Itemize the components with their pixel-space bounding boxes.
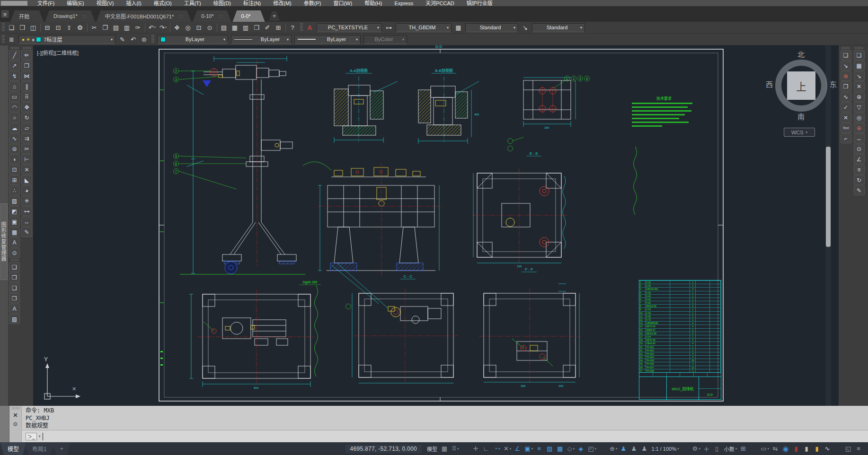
layer-combo[interactable]: ● ☀ ∎ 7标注层 ▾ <box>18 35 115 44</box>
menu-item[interactable]: 天河PCCAD <box>419 0 461 7</box>
copy-view[interactable]: ❐ <box>841 81 851 91</box>
datum-symbol[interactable]: ⊕ <box>854 92 865 102</box>
annotation-visibility[interactable]: ♟ <box>619 444 629 454</box>
line[interactable]: ╱ <box>9 50 20 60</box>
polyline[interactable]: ↯ <box>9 71 20 81</box>
send-to-back[interactable]: ❐ <box>9 272 20 282</box>
bring-to-front[interactable]: ❏ <box>9 262 20 272</box>
drawing-recovery-manager-tab[interactable]: 图形修复管理器 <box>0 203 8 280</box>
toolbar-grip[interactable] <box>11 47 18 49</box>
insert-block[interactable]: ⊡ <box>9 165 20 175</box>
mirror[interactable]: ⋈ <box>21 71 32 81</box>
selection-filtering[interactable]: ◰▾ <box>587 444 597 454</box>
paste-block[interactable]: ▥ <box>122 23 132 33</box>
chamfer[interactable]: ◣ <box>21 175 32 185</box>
toolbar-grip[interactable] <box>855 47 863 49</box>
qnew[interactable]: ❏ <box>7 23 17 33</box>
text-style-icon[interactable]: A <box>305 23 315 33</box>
spline[interactable]: ∿ <box>9 133 20 143</box>
undo[interactable]: ↶▾ <box>147 23 157 33</box>
plot[interactable]: ⊟ <box>43 23 53 33</box>
menu-item[interactable]: 标注(N) <box>237 0 267 7</box>
layer-on-bulb-icon[interactable]: ● <box>22 37 25 42</box>
lineweight-display[interactable]: ≡ <box>535 444 544 454</box>
file-tab[interactable]: 0-10*⸬ <box>193 10 231 22</box>
app-button[interactable] <box>1 1 27 6</box>
th-plot-tool[interactable]: ▮ <box>792 444 801 454</box>
menu-item[interactable]: 修改(M) <box>267 0 298 7</box>
toolbar-grip[interactable] <box>842 47 850 49</box>
trim[interactable]: ✂ <box>21 144 32 154</box>
menu-item[interactable]: 帮助(H) <box>358 0 388 7</box>
chevron-down-icon[interactable]: ▾ <box>39 434 41 438</box>
layer-lock-icon[interactable]: ∎ <box>32 37 35 42</box>
construction-line[interactable]: ↗ <box>9 61 20 70</box>
revision-cloud[interactable]: ☁ <box>9 123 20 133</box>
viewport-controls-label[interactable]: [-][俯视][二维线框] <box>37 49 79 56</box>
print-tool[interactable]: ▮ <box>802 444 812 454</box>
menu-item[interactable]: Express <box>388 0 419 7</box>
text-style-combo[interactable]: PC_TEXTSTYLE▾ <box>317 23 382 32</box>
ellipse-arc[interactable]: ◖ <box>9 154 20 164</box>
erase[interactable]: ✏ <box>21 50 32 60</box>
plot-preview[interactable]: ⊡ <box>53 23 63 33</box>
coordinates-readout[interactable]: 4695.877, -52.713, 0.000 <box>345 445 422 453</box>
command-settings-icon[interactable]: ⚙ <box>13 421 18 428</box>
point-style[interactable]: ⊙ <box>9 248 20 258</box>
point[interactable]: ∴ <box>9 185 20 195</box>
fullscreen[interactable]: ◱ <box>844 444 853 454</box>
command-input-row[interactable]: ＞_ ▾ <box>22 430 868 442</box>
mleader-style-icon[interactable]: ↘ <box>520 23 530 33</box>
performance-monitor[interactable]: ∿ <box>823 444 833 454</box>
match-properties[interactable]: ✑ <box>133 23 143 33</box>
view-cube-south[interactable]: 南 <box>797 111 805 121</box>
linetype-combo[interactable]: ByLayer ▾ <box>231 35 292 44</box>
folder-tool[interactable]: ▮ <box>813 444 822 454</box>
file-tab[interactable]: 中文总图-F001BHD001Q671*⸬ <box>97 10 191 22</box>
redo[interactable]: ↷▾ <box>158 23 168 33</box>
etransmit[interactable]: ❂ <box>75 23 85 33</box>
wcs-dropdown[interactable]: WCS ▾ <box>784 128 815 137</box>
rotate[interactable]: ↻ <box>21 113 32 122</box>
annotation-sync[interactable]: ♟ <box>640 444 649 454</box>
table[interactable]: ▦ <box>9 227 20 237</box>
gradient[interactable]: ◩ <box>9 206 20 216</box>
new-view[interactable]: ❏ <box>841 50 851 60</box>
corner-mark[interactable]: ⌐ <box>841 133 851 143</box>
scrollbar-thumb[interactable] <box>826 147 831 247</box>
menu-item[interactable]: 格式(O) <box>148 0 178 7</box>
annotation-scale[interactable]: 1:1 / 100%▾ <box>650 444 680 454</box>
close-icon[interactable]: ✕ <box>13 412 18 419</box>
rectangle[interactable]: ▭ <box>9 92 20 102</box>
explode[interactable]: ✳ <box>21 196 32 206</box>
object-snap[interactable]: ▣▾ <box>523 444 534 454</box>
selection-cycling[interactable]: ▩ <box>556 444 565 454</box>
text-to-front[interactable]: A <box>9 304 20 314</box>
surface-texture[interactable]: ✓ <box>841 102 851 112</box>
command-panel-edge[interactable] <box>0 406 9 442</box>
array[interactable]: ⠿ <box>21 92 32 102</box>
menu-item[interactable]: 插入(I) <box>120 0 147 7</box>
move[interactable]: ✥ <box>21 102 32 112</box>
copy-clip[interactable]: ❐ <box>100 23 110 33</box>
lengthen[interactable]: ↔ <box>21 217 32 227</box>
grid-display[interactable]: ▦ <box>440 444 450 454</box>
design-center[interactable]: ▦ <box>230 23 240 33</box>
sheet-set-manager[interactable]: ❒ <box>252 23 262 33</box>
toolbar-grip[interactable] <box>11 259 18 261</box>
ortho-mode[interactable]: ∟ <box>482 444 491 454</box>
markup[interactable]: ✐ <box>263 23 273 33</box>
datum-target[interactable]: ⊕ <box>841 71 851 81</box>
dim-radius[interactable]: ⊙ <box>854 144 865 154</box>
object-color-combo[interactable]: ByLayer ▾ <box>157 35 228 44</box>
file-tab[interactable]: 开始 <box>10 10 44 22</box>
gizmo[interactable]: ⊕▾ <box>609 444 618 454</box>
new-viewport[interactable]: ❏ <box>854 50 865 60</box>
toolbar-grip[interactable] <box>300 23 303 32</box>
display-settings[interactable]: ▭▾ <box>760 444 770 454</box>
section-symbol[interactable]: ✕ <box>841 113 851 122</box>
file-tab[interactable]: 0-0* <box>232 10 265 22</box>
bring-above[interactable]: ❑ <box>9 283 20 293</box>
paste[interactable]: ▤ <box>111 23 121 33</box>
stretch[interactable]: ⇉ <box>21 133 32 143</box>
